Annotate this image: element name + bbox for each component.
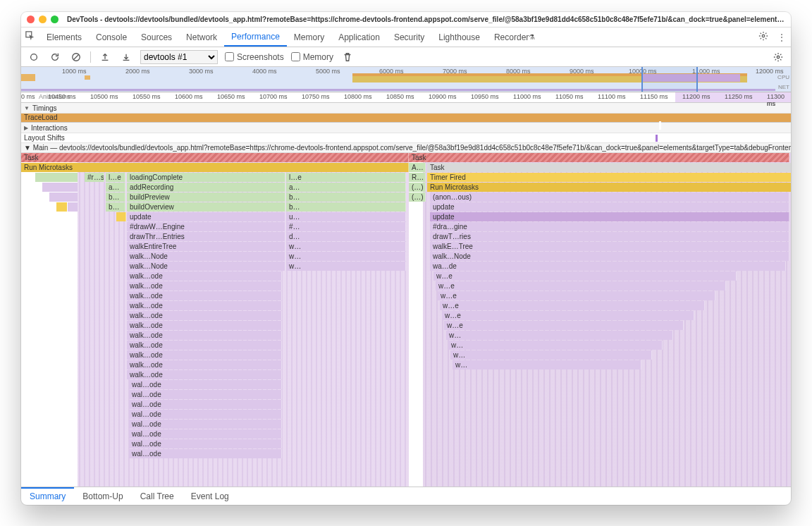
- flame-block[interactable]: a…: [106, 183, 125, 192]
- flame-block[interactable]: w…e: [433, 271, 737, 281]
- flame-block[interactable]: walkEntireTree: [127, 242, 285, 251]
- flame-block[interactable]: a…: [286, 183, 406, 192]
- memory-checkbox[interactable]: Memory: [291, 52, 333, 62]
- layout-shifts-row[interactable]: Layout Shifts: [21, 133, 791, 143]
- zoom-window-button[interactable]: [51, 16, 59, 23]
- inspect-icon[interactable]: [21, 31, 39, 43]
- flame-run-microtasks[interactable]: Run Microtasks: [21, 163, 409, 172]
- flame-block[interactable]: w…e: [444, 321, 684, 330]
- tab-summary[interactable]: Summary: [21, 487, 74, 505]
- download-button[interactable]: [119, 50, 133, 64]
- tab-console[interactable]: Console: [89, 27, 134, 47]
- flame-block[interactable]: walk…ode: [127, 341, 282, 350]
- tab-lighthouse[interactable]: Lighthouse: [431, 27, 487, 47]
- flame-block[interactable]: drawT…ries: [430, 232, 789, 241]
- flame-block[interactable]: w…: [448, 341, 663, 350]
- settings-icon[interactable]: [754, 31, 773, 43]
- flame-block[interactable]: wal…ode: [129, 380, 282, 389]
- flame-block[interactable]: update: [127, 212, 285, 221]
- flame-block[interactable]: wal…ode: [129, 439, 282, 448]
- tab-call-tree[interactable]: Call Tree: [132, 487, 183, 505]
- flame-block[interactable]: drawThr…Entries: [127, 232, 285, 241]
- clear-button[interactable]: [69, 50, 83, 64]
- flame-block[interactable]: buildPreview: [127, 192, 285, 202]
- flame-block[interactable]: Run Microtasks: [427, 183, 791, 192]
- flame-block[interactable]: w…e: [442, 311, 694, 320]
- flame-task[interactable]: Task: [21, 153, 409, 162]
- flame-block[interactable]: wal…ode: [129, 400, 282, 409]
- flame-block[interactable]: w…: [446, 331, 673, 340]
- flame-block[interactable]: b…: [106, 192, 125, 202]
- flame-block[interactable]: walk…ode: [127, 281, 282, 290]
- tab-security[interactable]: Security: [387, 27, 431, 47]
- profile-select[interactable]: devtools #1: [140, 50, 218, 64]
- flame-block[interactable]: w…e: [436, 281, 726, 290]
- flame-block[interactable]: walk…ode: [127, 271, 282, 281]
- flame-block[interactable]: w…e: [440, 301, 705, 310]
- tab-application[interactable]: Application: [331, 27, 387, 47]
- timeline-overview[interactable]: 1000 ms 2000 ms 3000 ms 4000 ms 5000 ms …: [21, 67, 791, 92]
- flame-block[interactable]: walk…ode: [127, 331, 282, 340]
- flame-block[interactable]: Timer Fired: [427, 173, 791, 182]
- flame-block[interactable]: w…: [450, 350, 652, 360]
- reload-button[interactable]: [48, 50, 62, 64]
- flame-block[interactable]: #drawW…Engine: [127, 222, 285, 231]
- flame-block[interactable]: wal…ode: [129, 390, 282, 399]
- flame-block[interactable]: w…: [286, 242, 406, 251]
- flame-block[interactable]: walk…ode: [127, 321, 282, 330]
- flame-block[interactable]: update: [430, 212, 789, 221]
- flame-block[interactable]: walkE…Tree: [430, 242, 789, 251]
- flame-block[interactable]: walk…ode: [127, 370, 282, 379]
- upload-button[interactable]: [98, 50, 112, 64]
- flame-block[interactable]: A…: [409, 163, 426, 172]
- flame-block[interactable]: w…: [286, 252, 406, 261]
- tab-network[interactable]: Network: [179, 27, 224, 47]
- record-button[interactable]: [27, 50, 41, 64]
- flame-block[interactable]: wa…de: [430, 262, 786, 271]
- screenshots-checkbox[interactable]: Screenshots: [225, 52, 284, 62]
- flame-block[interactable]: [116, 212, 126, 221]
- tab-sources[interactable]: Sources: [134, 27, 179, 47]
- flame-block[interactable]: walk…ode: [127, 301, 282, 310]
- flame-block[interactable]: walk…ode: [127, 350, 282, 360]
- flame-block[interactable]: walk…Node: [430, 252, 789, 261]
- flame-block[interactable]: w…e: [438, 291, 715, 300]
- flame-block[interactable]: addRecording: [127, 183, 285, 192]
- tab-bottom-up[interactable]: Bottom-Up: [74, 487, 131, 505]
- flame-block[interactable]: loadingComplete: [127, 173, 285, 182]
- flame-block[interactable]: #…: [286, 222, 406, 231]
- flame-block[interactable]: Task: [427, 163, 791, 172]
- flame-block[interactable]: w…: [286, 262, 406, 271]
- interactions-section[interactable]: ▶Interactions: [21, 123, 791, 133]
- flame-chart[interactable]: Task Task Run Microtasks A… Task #r…s l……: [21, 153, 791, 487]
- main-thread-header[interactable]: ▼ Main — devtools://devtools/bundled/dev…: [21, 143, 791, 153]
- flame-block[interactable]: u…: [286, 212, 406, 221]
- tab-memory[interactable]: Memory: [287, 27, 331, 47]
- overview-viewport[interactable]: [641, 67, 698, 92]
- flame-task[interactable]: Task: [409, 153, 789, 162]
- flame-block[interactable]: wal…ode: [129, 429, 282, 439]
- flame-block[interactable]: update: [430, 202, 789, 212]
- traceload-bar[interactable]: TraceLoad: [21, 114, 791, 123]
- flame-block[interactable]: walk…ode: [127, 360, 282, 369]
- flame-block[interactable]: l…e: [106, 173, 125, 182]
- flame-block[interactable]: w…: [453, 360, 641, 369]
- close-window-button[interactable]: [27, 16, 35, 23]
- flame-block[interactable]: #r…s: [85, 173, 104, 182]
- flame-block[interactable]: b…: [106, 202, 125, 212]
- flame-block[interactable]: (…): [409, 183, 426, 192]
- flame-block[interactable]: walk…ode: [127, 311, 282, 320]
- trash-icon[interactable]: [340, 50, 355, 64]
- time-ruler[interactable]: Animations 0 ms 10450 ms 10500 ms 10550 …: [21, 92, 791, 103]
- flame-block[interactable]: R…: [409, 173, 426, 182]
- flame-block[interactable]: d…: [286, 232, 406, 241]
- tab-recorder[interactable]: Recorder ⚗: [487, 27, 542, 47]
- flame-block[interactable]: walk…ode: [127, 291, 282, 300]
- flame-block[interactable]: wal…ode: [129, 410, 282, 419]
- tab-elements[interactable]: Elements: [39, 27, 89, 47]
- flame-block[interactable]: #dra…gine: [430, 222, 789, 231]
- flame-block[interactable]: walk…Node: [127, 262, 285, 271]
- flame-block[interactable]: buildOverview: [127, 202, 285, 212]
- timings-section[interactable]: ▼Timings: [21, 103, 791, 114]
- flame-block[interactable]: wal…ode: [129, 449, 282, 458]
